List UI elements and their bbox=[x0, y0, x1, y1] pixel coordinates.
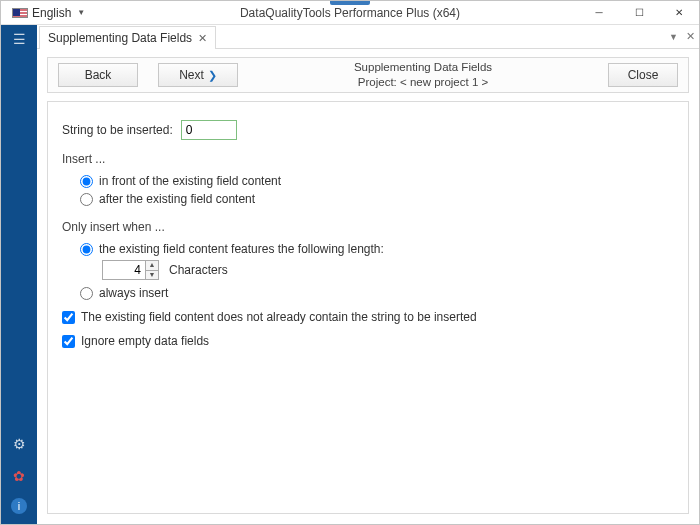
minimize-button[interactable]: ─ bbox=[579, 1, 619, 24]
radio-infront-label: in front of the existing field content bbox=[99, 174, 281, 188]
close-icon: ✕ bbox=[675, 8, 683, 18]
radio-always-label: always insert bbox=[99, 286, 168, 300]
radio-after-label: after the existing field content bbox=[99, 192, 255, 206]
radio-always-input[interactable] bbox=[80, 287, 93, 300]
check-ignoreempty-label: Ignore empty data fields bbox=[81, 334, 209, 348]
page-heading: Supplementing Data Fields bbox=[238, 60, 608, 75]
close-window-button[interactable]: ✕ bbox=[659, 1, 699, 24]
string-label: String to be inserted: bbox=[62, 123, 173, 137]
tab-strip: Supplementing Data Fields ✕ ▼ ✕ bbox=[37, 25, 699, 49]
radio-after[interactable]: after the existing field content bbox=[80, 192, 674, 206]
radio-length-input[interactable] bbox=[80, 243, 93, 256]
radio-length-label: the existing field content features the … bbox=[99, 242, 384, 256]
nav-center: Supplementing Data Fields Project: < new… bbox=[238, 60, 608, 90]
title-accent bbox=[330, 1, 370, 5]
maximize-icon: ☐ bbox=[635, 8, 644, 18]
tab-supplementing[interactable]: Supplementing Data Fields ✕ bbox=[39, 26, 216, 49]
characters-label: Characters bbox=[169, 263, 228, 277]
check-ignoreempty[interactable]: Ignore empty data fields bbox=[62, 334, 674, 348]
sidebar: ☰ ⚙ ✿ i bbox=[1, 25, 37, 524]
radio-infront-input[interactable] bbox=[80, 175, 93, 188]
check-notcontain-input[interactable] bbox=[62, 311, 75, 324]
back-label: Back bbox=[85, 68, 112, 82]
language-selector[interactable]: English ▼ bbox=[7, 4, 90, 22]
title-bar: English ▼ DataQualityTools Performance P… bbox=[1, 1, 699, 25]
chevron-right-icon: ❯ bbox=[208, 69, 217, 82]
language-label: English bbox=[32, 6, 71, 20]
page: Back Next ❯ Supplementing Data Fields Pr… bbox=[37, 49, 699, 524]
radio-after-input[interactable] bbox=[80, 193, 93, 206]
close-button[interactable]: Close bbox=[608, 63, 678, 87]
body: ☰ ⚙ ✿ i Supplementing Data Fields ✕ ▼ ✕ bbox=[1, 25, 699, 524]
length-subrow: ▲ ▼ Characters bbox=[102, 260, 674, 280]
radio-length[interactable]: the existing field content features the … bbox=[80, 242, 674, 256]
minimize-icon: ─ bbox=[595, 8, 602, 18]
window-title: DataQualityTools Performance Plus (x64) bbox=[240, 6, 460, 20]
settings-panel: String to be inserted: Insert ... in fro… bbox=[47, 101, 689, 514]
tab-close-icon[interactable]: ✕ bbox=[198, 32, 207, 45]
length-spinner[interactable]: ▲ ▼ bbox=[145, 260, 159, 280]
check-ignoreempty-input[interactable] bbox=[62, 335, 75, 348]
nav-row: Back Next ❯ Supplementing Data Fields Pr… bbox=[47, 57, 689, 93]
spin-up-icon[interactable]: ▲ bbox=[145, 260, 159, 270]
uk-flag-icon bbox=[12, 8, 28, 18]
string-input[interactable] bbox=[181, 120, 237, 140]
radio-infront[interactable]: in front of the existing field content bbox=[80, 174, 674, 188]
content: Supplementing Data Fields ✕ ▼ ✕ Back Nex… bbox=[37, 25, 699, 524]
gear-icon[interactable]: ⚙ bbox=[9, 434, 29, 454]
project-label: Project: < new project 1 > bbox=[238, 75, 608, 90]
chevron-down-icon: ▼ bbox=[77, 8, 85, 17]
spin-down-icon[interactable]: ▼ bbox=[145, 270, 159, 280]
insert-heading: Insert ... bbox=[62, 152, 674, 166]
menu-icon[interactable]: ☰ bbox=[9, 29, 29, 49]
next-label: Next bbox=[179, 68, 204, 82]
string-row: String to be inserted: bbox=[62, 120, 674, 140]
tabstrip-controls: ▼ ✕ bbox=[669, 25, 699, 48]
maximize-button[interactable]: ☐ bbox=[619, 1, 659, 24]
info-icon[interactable]: i bbox=[11, 498, 27, 514]
only-heading: Only insert when ... bbox=[62, 220, 674, 234]
tab-closeall-icon[interactable]: ✕ bbox=[686, 30, 695, 43]
check-notcontain-label: The existing field content does not alre… bbox=[81, 310, 477, 324]
length-input[interactable] bbox=[102, 260, 146, 280]
back-button[interactable]: Back bbox=[58, 63, 138, 87]
tab-overflow-icon[interactable]: ▼ bbox=[669, 32, 678, 42]
close-label: Close bbox=[628, 68, 659, 82]
help-icon[interactable]: ✿ bbox=[9, 466, 29, 486]
check-notcontain[interactable]: The existing field content does not alre… bbox=[62, 310, 674, 324]
window-controls: ─ ☐ ✕ bbox=[579, 1, 699, 24]
radio-always[interactable]: always insert bbox=[80, 286, 674, 300]
tab-label: Supplementing Data Fields bbox=[48, 31, 192, 45]
app-window: English ▼ DataQualityTools Performance P… bbox=[0, 0, 700, 525]
length-stepper[interactable]: ▲ ▼ bbox=[102, 260, 159, 280]
next-button[interactable]: Next ❯ bbox=[158, 63, 238, 87]
